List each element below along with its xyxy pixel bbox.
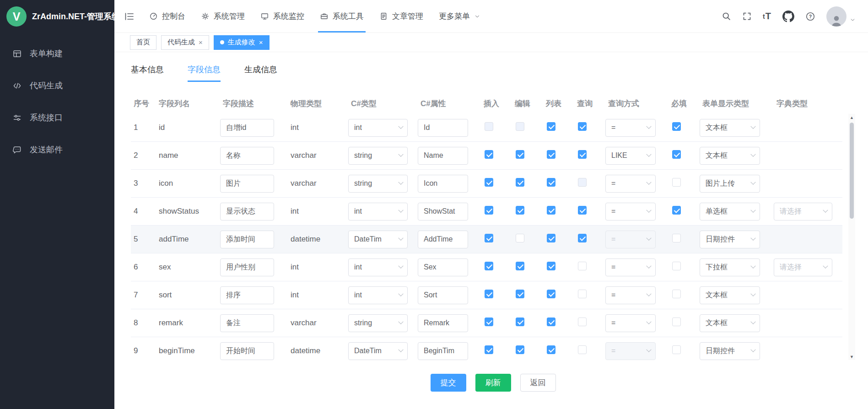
query-mode-select[interactable]: = [605, 286, 656, 304]
required-checkbox[interactable] [672, 345, 681, 354]
query-mode-select[interactable]: = [605, 119, 656, 137]
csharp-type-select[interactable]: string [348, 147, 408, 165]
csharp-prop-input[interactable] [418, 314, 468, 332]
query-mode-select[interactable]: = [605, 175, 656, 193]
nav-item-console[interactable]: 控制台 [149, 0, 185, 32]
display-type-select[interactable]: 图片上传 [700, 175, 760, 193]
fullscreen-button[interactable] [742, 11, 752, 21]
query-checkbox[interactable] [578, 262, 587, 270]
edit-checkbox[interactable] [516, 290, 524, 298]
query-checkbox[interactable] [578, 290, 587, 298]
nav-item-article-management[interactable]: 文章管理 [379, 0, 423, 32]
list-checkbox[interactable] [547, 290, 555, 298]
query-mode-select[interactable]: LIKE [605, 147, 656, 165]
submit-button[interactable]: 提交 [431, 374, 466, 392]
insert-checkbox[interactable] [485, 290, 493, 298]
column-desc-input[interactable] [220, 231, 274, 248]
close-icon[interactable]: × [199, 39, 203, 46]
display-type-select[interactable]: 文本框 [700, 147, 760, 165]
tab-field-info[interactable]: 字段信息 [188, 64, 221, 82]
query-checkbox[interactable] [578, 122, 587, 131]
column-desc-input[interactable] [220, 258, 274, 276]
list-checkbox[interactable] [547, 122, 555, 131]
display-type-select[interactable]: 日期控件 [700, 231, 760, 248]
csharp-type-select[interactable]: DateTim [348, 342, 408, 360]
dict-type-select[interactable]: 请选择 [774, 258, 832, 276]
edit-checkbox[interactable] [516, 262, 524, 270]
csharp-prop-input[interactable] [418, 231, 468, 248]
scrollbar-thumb[interactable] [850, 123, 854, 219]
edit-checkbox[interactable] [516, 206, 524, 215]
query-checkbox[interactable] [578, 234, 587, 242]
list-checkbox[interactable] [547, 318, 555, 326]
back-button[interactable]: 返回 [520, 374, 556, 392]
close-icon[interactable]: × [259, 39, 263, 46]
column-desc-input[interactable] [220, 203, 274, 221]
list-checkbox[interactable] [547, 150, 555, 159]
csharp-prop-input[interactable] [418, 258, 468, 276]
csharp-type-select[interactable]: int [348, 258, 408, 276]
dict-type-select[interactable]: 请选择 [774, 203, 832, 221]
tag-code-generation[interactable]: 代码生成 × [161, 35, 209, 50]
query-mode-select[interactable]: = [605, 203, 656, 221]
required-checkbox[interactable] [672, 122, 681, 131]
required-checkbox[interactable] [672, 262, 681, 270]
edit-checkbox[interactable] [516, 345, 524, 354]
display-type-select[interactable]: 文本框 [700, 119, 760, 137]
search-button[interactable] [722, 11, 731, 21]
tab-generation-info[interactable]: 生成信息 [244, 64, 277, 82]
tag-generate-edit[interactable]: 生成修改 × [214, 35, 270, 50]
column-desc-input[interactable] [220, 286, 274, 304]
required-checkbox[interactable] [672, 318, 681, 326]
required-checkbox[interactable] [672, 178, 681, 187]
display-type-select[interactable]: 下拉框 [700, 258, 760, 276]
csharp-prop-input[interactable] [418, 175, 468, 193]
display-type-select[interactable]: 文本框 [700, 314, 760, 332]
insert-checkbox[interactable] [485, 206, 493, 215]
column-desc-input[interactable] [220, 342, 274, 360]
nav-item-system-management[interactable]: 系统管理 [201, 0, 245, 32]
display-type-select[interactable]: 日期控件 [700, 342, 760, 360]
user-menu[interactable] [826, 6, 856, 27]
csharp-type-select[interactable]: string [348, 175, 408, 193]
insert-checkbox[interactable] [485, 178, 493, 187]
query-mode-select[interactable]: = [605, 258, 656, 276]
font-size-toggle[interactable]: tT [763, 11, 771, 22]
query-mode-select[interactable]: = [605, 314, 656, 332]
edit-checkbox[interactable] [516, 178, 524, 187]
scroll-down-icon[interactable]: ▼ [848, 353, 855, 360]
insert-checkbox[interactable] [485, 345, 493, 354]
list-checkbox[interactable] [547, 262, 555, 270]
csharp-type-select[interactable]: int [348, 286, 408, 304]
collapse-menu-button[interactable] [124, 0, 135, 32]
column-desc-input[interactable] [220, 119, 274, 137]
nav-item-system-tools[interactable]: 系统工具 [320, 0, 364, 32]
required-checkbox[interactable] [672, 234, 681, 242]
query-checkbox[interactable] [578, 150, 587, 159]
csharp-prop-input[interactable] [418, 119, 468, 137]
vertical-scrollbar[interactable]: ▲ ▼ [848, 114, 855, 360]
sidebar-item-form-build[interactable]: 表单构建 [0, 38, 114, 70]
nav-item-more-menu[interactable]: 更多菜单 [439, 0, 480, 32]
csharp-prop-input[interactable] [418, 286, 468, 304]
csharp-prop-input[interactable] [418, 342, 468, 360]
list-checkbox[interactable] [547, 234, 555, 242]
insert-checkbox[interactable] [485, 318, 493, 326]
scroll-up-icon[interactable]: ▲ [848, 114, 855, 121]
refresh-button[interactable]: 刷新 [475, 374, 511, 392]
tab-basic-info[interactable]: 基本信息 [131, 64, 164, 82]
required-checkbox[interactable] [672, 290, 681, 298]
insert-checkbox[interactable] [485, 234, 493, 242]
insert-checkbox[interactable] [485, 262, 493, 270]
display-type-select[interactable]: 文本框 [700, 286, 760, 304]
required-checkbox[interactable] [672, 150, 681, 159]
csharp-type-select[interactable]: int [348, 203, 408, 221]
column-desc-input[interactable] [220, 175, 274, 193]
sidebar-item-system-api[interactable]: 系统接口 [0, 102, 114, 134]
edit-checkbox[interactable] [516, 150, 524, 159]
tag-home[interactable]: 首页 [130, 35, 156, 50]
csharp-type-select[interactable]: int [348, 119, 408, 137]
query-checkbox[interactable] [578, 345, 587, 354]
insert-checkbox[interactable] [485, 150, 493, 159]
query-checkbox[interactable] [578, 318, 587, 326]
